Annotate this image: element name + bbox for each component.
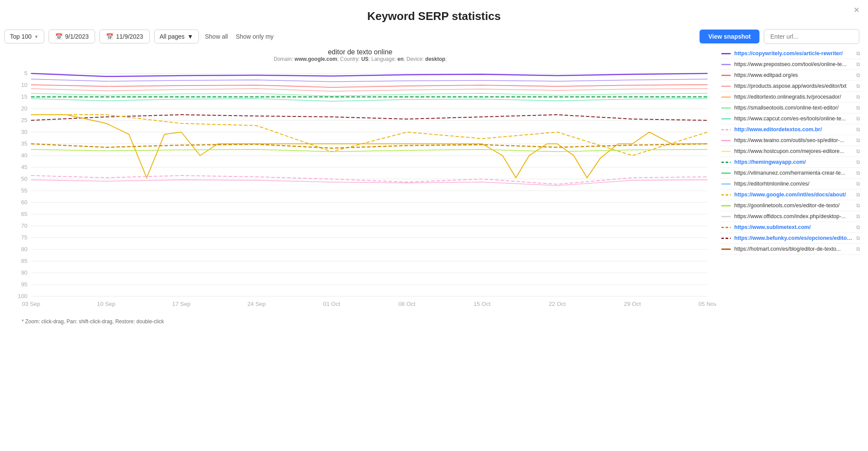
date-end-btn[interactable]: 📅 11/9/2023 [99,30,149,43]
legend-external-link-icon[interactable]: ⧉ [856,126,860,133]
legend-external-link-icon[interactable]: ⧉ [856,105,860,111]
legend-external-link-icon[interactable]: ⧉ [856,213,860,219]
legend-url: https://www.sublimetext.com/ [734,224,853,230]
legend-item[interactable]: https://www.sublimetext.com/⧉ [719,222,862,233]
svg-text:95: 95 [21,281,27,288]
legend-panel: https://copywritely.com/es/article-rewri… [716,48,864,325]
calendar-end-icon: 📅 [106,33,113,40]
svg-text:20: 20 [21,105,27,112]
legend-color-line [721,183,731,185]
legend-color-line [721,249,731,250]
legend-item[interactable]: https://vilmanunez.com/herramienta-crear… [719,168,862,179]
legend-item[interactable]: https://www.befunky.com/es/opciones/edit… [719,233,862,244]
legend-url: https://vilmanunez.com/herramienta-crear… [734,170,853,176]
legend-item[interactable]: https://hemingwayapp.com/⧉ [719,157,862,168]
legend-item[interactable]: https://www.prepostseo.com/tool/es/onlin… [719,59,862,70]
legend-url: https://products.aspose.app/words/es/edi… [734,83,853,89]
legend-item[interactable]: https://www.hostcupon.com/mejores-editor… [719,146,862,157]
svg-text:17 Sep: 17 Sep [172,301,191,307]
legend-item[interactable]: https://goonlinetools.com/es/editor-de-t… [719,200,862,211]
svg-text:45: 45 [21,164,27,170]
date-end-label: 11/9/2023 [116,33,143,40]
top-100-arrow-icon: ▼ [34,34,39,39]
legend-url: https://smallseotools.com/online-text-ed… [734,105,853,111]
legend-external-link-icon[interactable]: ⧉ [856,170,860,176]
legend-url: https://www.offidocs.com/index.php/deskt… [734,213,853,219]
legend-item[interactable]: https://editorhtmlonline.com/es/⧉ [719,179,862,189]
svg-text:90: 90 [21,269,27,276]
legend-external-link-icon[interactable]: ⧉ [856,224,860,230]
all-pages-arrow-icon: ▼ [187,33,193,40]
svg-text:30: 30 [21,129,27,135]
legend-external-link-icon[interactable]: ⧉ [856,61,860,67]
legend-item[interactable]: https://www.capcut.com/es-es/tools/onlin… [719,113,862,124]
svg-text:10 Sep: 10 Sep [97,301,116,307]
top-100-dropdown[interactable]: Top 100 ▼ [4,30,44,43]
legend-external-link-icon[interactable]: ⧉ [856,137,860,143]
chart-svg-wrap[interactable]: .grid-line { stroke: #e8e8e8; stroke-wid… [4,65,716,317]
legend-external-link-icon[interactable]: ⧉ [856,72,860,78]
legend-color-line [721,86,731,87]
legend-color-line [721,227,731,228]
date-start-btn[interactable]: 📅 9/1/2023 [49,30,96,43]
legend-color-line [721,162,731,163]
legend-url: https://www.google.com/intl/es/docs/abou… [734,192,853,198]
close-button[interactable]: × [854,4,859,16]
legend-external-link-icon[interactable]: ⧉ [856,83,860,89]
legend-item[interactable]: https://copywritely.com/es/article-rewri… [719,48,862,59]
legend-item[interactable]: https://www.google.com/intl/es/docs/abou… [719,189,862,200]
svg-text:65: 65 [21,211,27,217]
chart-sub-title: Domain: www.google.com; Country: US; Lan… [4,56,716,62]
show-only-my-button[interactable]: Show only my [234,30,275,43]
legend-url: https://editorhtmlonline.com/es/ [734,181,853,187]
legend-url: https://hemingwayapp.com/ [734,159,853,165]
legend-color-line [721,129,731,130]
chart-domain: www.google.com [294,56,337,62]
legend-external-link-icon[interactable]: ⧉ [856,159,860,165]
chart-country: US [361,56,369,62]
svg-text:10: 10 [21,82,27,88]
view-snapshot-button[interactable]: View snapshot [700,30,759,43]
legend-color-line [721,172,731,174]
legend-external-link-icon[interactable]: ⧉ [856,50,860,56]
legend-color-line [721,118,731,119]
legend-color-line [721,107,731,109]
legend-item[interactable]: https://smallseotools.com/online-text-ed… [719,103,862,113]
legend-item[interactable]: https://www.offidocs.com/index.php/deskt… [719,211,862,222]
show-all-button[interactable]: Show all [203,30,230,43]
legend-external-link-icon[interactable]: ⧉ [856,116,860,122]
legend-external-link-icon[interactable]: ⧉ [856,202,860,209]
svg-text:80: 80 [21,246,27,252]
chart-zoom-hint: * Zoom: click-drag, Pan: shift-click-dra… [4,318,716,325]
legend-external-link-icon[interactable]: ⧉ [856,192,860,198]
chart-language: en [397,56,403,62]
legend-item[interactable]: https://editortexto.onlinegratis.tv/proc… [719,92,862,103]
legend-item[interactable]: http://www.editordetextos.com.br/⧉ [719,124,862,135]
legend-item[interactable]: https://www.twaino.com/outils/seo-sp/edi… [719,135,862,146]
legend-color-line [721,216,731,217]
url-search-input[interactable] [764,29,859,44]
chart-title-block: editor de texto online Domain: www.googl… [4,48,716,62]
legend-url: https://www.capcut.com/es-es/tools/onlin… [734,116,853,122]
legend-color-line [721,53,731,54]
legend-external-link-icon[interactable]: ⧉ [856,148,860,154]
toolbar: Top 100 ▼ 📅 9/1/2023 📅 11/9/2023 All pag… [0,29,868,44]
svg-text:22 Oct: 22 Oct [549,301,566,307]
page-title: Keyword SERP statistics [0,0,868,29]
legend-external-link-icon[interactable]: ⧉ [856,235,860,241]
legend-item[interactable]: https://www.editpad.org/es⧉ [719,70,862,81]
legend-item[interactable]: https://hotmart.com/es/blog/editor-de-te… [719,244,862,255]
svg-text:01 Oct: 01 Oct [323,301,340,307]
legend-item[interactable]: https://products.aspose.app/words/es/edi… [719,81,862,92]
calendar-start-icon: 📅 [55,33,63,40]
svg-text:24 Sep: 24 Sep [248,301,266,307]
svg-text:50: 50 [21,176,27,182]
legend-url: https://www.befunky.com/es/opciones/edit… [734,235,853,241]
legend-color-line [721,140,731,141]
all-pages-dropdown[interactable]: All pages ▼ [154,30,199,43]
legend-external-link-icon[interactable]: ⧉ [856,246,860,252]
legend-external-link-icon[interactable]: ⧉ [856,181,860,187]
chart-main-title: editor de texto online [4,48,716,56]
legend-external-link-icon[interactable]: ⧉ [856,94,860,100]
chart-section: editor de texto online Domain: www.googl… [0,48,868,325]
